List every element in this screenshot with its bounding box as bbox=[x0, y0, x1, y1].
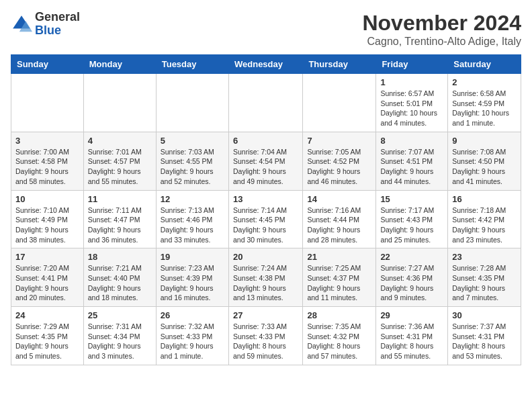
day-number: 22 bbox=[380, 252, 443, 262]
title-section: November 2024 Cagno, Trentino-Alto Adige… bbox=[362, 11, 521, 48]
day-info: Sunrise: 7:24 AM Sunset: 4:38 PM Dayligh… bbox=[233, 263, 298, 303]
calendar-day-cell: 17Sunrise: 7:20 AM Sunset: 4:41 PM Dayli… bbox=[11, 248, 84, 307]
calendar-day-cell: 29Sunrise: 7:36 AM Sunset: 4:31 PM Dayli… bbox=[376, 307, 448, 365]
day-number: 13 bbox=[233, 194, 298, 204]
day-info: Sunrise: 7:33 AM Sunset: 4:33 PM Dayligh… bbox=[233, 322, 298, 361]
day-info: Sunrise: 7:25 AM Sunset: 4:37 PM Dayligh… bbox=[307, 263, 371, 303]
calendar-day-cell: 22Sunrise: 7:27 AM Sunset: 4:36 PM Dayli… bbox=[376, 248, 448, 307]
calendar-week-row: 17Sunrise: 7:20 AM Sunset: 4:41 PM Dayli… bbox=[11, 248, 521, 307]
logo: General Blue bbox=[11, 11, 80, 38]
calendar-week-row: 3Sunrise: 7:00 AM Sunset: 4:58 PM Daylig… bbox=[11, 132, 521, 190]
day-info: Sunrise: 7:23 AM Sunset: 4:39 PM Dayligh… bbox=[161, 263, 224, 303]
day-number: 23 bbox=[452, 252, 517, 262]
day-number: 21 bbox=[307, 252, 371, 262]
calendar-day-cell: 23Sunrise: 7:28 AM Sunset: 4:35 PM Dayli… bbox=[448, 248, 521, 307]
page-header: General Blue November 2024 Cagno, Trenti… bbox=[11, 11, 521, 48]
day-number: 25 bbox=[88, 310, 152, 320]
day-number: 30 bbox=[452, 310, 517, 320]
calendar-day-cell: 25Sunrise: 7:31 AM Sunset: 4:34 PM Dayli… bbox=[83, 307, 156, 365]
calendar-table: SundayMondayTuesdayWednesdayThursdayFrid… bbox=[11, 54, 521, 365]
day-number: 24 bbox=[15, 310, 79, 320]
weekday-header-cell: Friday bbox=[376, 55, 448, 74]
day-number: 27 bbox=[233, 310, 298, 320]
calendar-body: 1Sunrise: 6:57 AM Sunset: 5:01 PM Daylig… bbox=[11, 74, 521, 365]
calendar-day-cell: 4Sunrise: 7:01 AM Sunset: 4:57 PM Daylig… bbox=[83, 132, 156, 190]
day-info: Sunrise: 7:18 AM Sunset: 4:42 PM Dayligh… bbox=[452, 205, 517, 245]
day-info: Sunrise: 7:21 AM Sunset: 4:40 PM Dayligh… bbox=[88, 263, 152, 303]
calendar-day-cell: 19Sunrise: 7:23 AM Sunset: 4:39 PM Dayli… bbox=[156, 248, 228, 307]
calendar-day-cell bbox=[303, 74, 376, 132]
day-info: Sunrise: 7:10 AM Sunset: 4:49 PM Dayligh… bbox=[15, 205, 79, 245]
calendar-day-cell: 16Sunrise: 7:18 AM Sunset: 4:42 PM Dayli… bbox=[448, 190, 521, 248]
day-info: Sunrise: 7:37 AM Sunset: 4:31 PM Dayligh… bbox=[452, 322, 517, 361]
day-number: 26 bbox=[161, 310, 224, 320]
day-number: 15 bbox=[380, 194, 443, 204]
day-info: Sunrise: 7:05 AM Sunset: 4:52 PM Dayligh… bbox=[307, 147, 371, 187]
calendar-day-cell: 21Sunrise: 7:25 AM Sunset: 4:37 PM Dayli… bbox=[303, 248, 376, 307]
day-info: Sunrise: 7:07 AM Sunset: 4:51 PM Dayligh… bbox=[380, 147, 443, 187]
day-info: Sunrise: 7:11 AM Sunset: 4:47 PM Dayligh… bbox=[88, 205, 152, 245]
day-number: 8 bbox=[380, 136, 443, 146]
calendar-day-cell: 12Sunrise: 7:13 AM Sunset: 4:46 PM Dayli… bbox=[156, 190, 228, 248]
weekday-header-row: SundayMondayTuesdayWednesdayThursdayFrid… bbox=[11, 55, 521, 74]
calendar-day-cell: 26Sunrise: 7:32 AM Sunset: 4:33 PM Dayli… bbox=[156, 307, 228, 365]
day-number: 29 bbox=[380, 310, 443, 320]
day-number: 7 bbox=[307, 136, 371, 146]
calendar-day-cell: 1Sunrise: 6:57 AM Sunset: 5:01 PM Daylig… bbox=[376, 74, 448, 132]
day-info: Sunrise: 7:04 AM Sunset: 4:54 PM Dayligh… bbox=[233, 147, 298, 187]
weekday-header-cell: Sunday bbox=[11, 55, 84, 74]
day-number: 17 bbox=[15, 252, 79, 262]
day-number: 10 bbox=[15, 194, 79, 204]
logo-icon bbox=[11, 13, 32, 35]
day-number: 11 bbox=[88, 194, 152, 204]
day-number: 6 bbox=[233, 136, 298, 146]
day-info: Sunrise: 7:36 AM Sunset: 4:31 PM Dayligh… bbox=[380, 322, 443, 361]
calendar-day-cell: 14Sunrise: 7:16 AM Sunset: 4:44 PM Dayli… bbox=[303, 190, 376, 248]
day-number: 4 bbox=[88, 136, 152, 146]
month-year-title: November 2024 bbox=[362, 11, 521, 36]
weekday-header-cell: Monday bbox=[83, 55, 156, 74]
day-number: 14 bbox=[307, 194, 371, 204]
weekday-header-cell: Saturday bbox=[448, 55, 521, 74]
calendar-day-cell: 6Sunrise: 7:04 AM Sunset: 4:54 PM Daylig… bbox=[228, 132, 302, 190]
calendar-day-cell: 28Sunrise: 7:35 AM Sunset: 4:32 PM Dayli… bbox=[303, 307, 376, 365]
calendar-day-cell: 8Sunrise: 7:07 AM Sunset: 4:51 PM Daylig… bbox=[376, 132, 448, 190]
calendar-day-cell: 7Sunrise: 7:05 AM Sunset: 4:52 PM Daylig… bbox=[303, 132, 376, 190]
day-info: Sunrise: 7:00 AM Sunset: 4:58 PM Dayligh… bbox=[15, 147, 79, 187]
location-subtitle: Cagno, Trentino-Alto Adige, Italy bbox=[362, 36, 521, 48]
day-number: 12 bbox=[161, 194, 224, 204]
calendar-day-cell: 10Sunrise: 7:10 AM Sunset: 4:49 PM Dayli… bbox=[11, 190, 84, 248]
day-number: 18 bbox=[88, 252, 152, 262]
day-info: Sunrise: 6:58 AM Sunset: 4:59 PM Dayligh… bbox=[452, 89, 517, 128]
calendar-day-cell: 2Sunrise: 6:58 AM Sunset: 4:59 PM Daylig… bbox=[448, 74, 521, 132]
day-number: 2 bbox=[452, 77, 517, 87]
calendar-day-cell: 15Sunrise: 7:17 AM Sunset: 4:43 PM Dayli… bbox=[376, 190, 448, 248]
day-number: 1 bbox=[380, 77, 443, 87]
day-info: Sunrise: 7:28 AM Sunset: 4:35 PM Dayligh… bbox=[452, 263, 517, 303]
day-number: 9 bbox=[452, 136, 517, 146]
day-info: Sunrise: 7:35 AM Sunset: 4:32 PM Dayligh… bbox=[307, 322, 371, 361]
day-info: Sunrise: 7:20 AM Sunset: 4:41 PM Dayligh… bbox=[15, 263, 79, 303]
day-info: Sunrise: 7:14 AM Sunset: 4:45 PM Dayligh… bbox=[233, 205, 298, 245]
day-info: Sunrise: 7:03 AM Sunset: 4:55 PM Dayligh… bbox=[161, 147, 224, 187]
calendar-week-row: 10Sunrise: 7:10 AM Sunset: 4:49 PM Dayli… bbox=[11, 190, 521, 248]
calendar-week-row: 24Sunrise: 7:29 AM Sunset: 4:35 PM Dayli… bbox=[11, 307, 521, 365]
calendar-day-cell: 20Sunrise: 7:24 AM Sunset: 4:38 PM Dayli… bbox=[228, 248, 302, 307]
day-info: Sunrise: 7:13 AM Sunset: 4:46 PM Dayligh… bbox=[161, 205, 224, 245]
day-number: 20 bbox=[233, 252, 298, 262]
calendar-day-cell bbox=[11, 74, 84, 132]
day-number: 3 bbox=[15, 136, 79, 146]
calendar-day-cell: 18Sunrise: 7:21 AM Sunset: 4:40 PM Dayli… bbox=[83, 248, 156, 307]
day-info: Sunrise: 7:01 AM Sunset: 4:57 PM Dayligh… bbox=[88, 147, 152, 187]
day-info: Sunrise: 7:32 AM Sunset: 4:33 PM Dayligh… bbox=[161, 322, 224, 361]
day-info: Sunrise: 7:31 AM Sunset: 4:34 PM Dayligh… bbox=[88, 322, 152, 361]
day-info: Sunrise: 7:17 AM Sunset: 4:43 PM Dayligh… bbox=[380, 205, 443, 245]
day-info: Sunrise: 6:57 AM Sunset: 5:01 PM Dayligh… bbox=[380, 89, 443, 128]
calendar-day-cell: 3Sunrise: 7:00 AM Sunset: 4:58 PM Daylig… bbox=[11, 132, 84, 190]
calendar-day-cell bbox=[83, 74, 156, 132]
calendar-day-cell: 9Sunrise: 7:08 AM Sunset: 4:50 PM Daylig… bbox=[448, 132, 521, 190]
day-number: 28 bbox=[307, 310, 371, 320]
day-number: 19 bbox=[161, 252, 224, 262]
calendar-day-cell: 30Sunrise: 7:37 AM Sunset: 4:31 PM Dayli… bbox=[448, 307, 521, 365]
weekday-header-cell: Wednesday bbox=[228, 55, 302, 74]
